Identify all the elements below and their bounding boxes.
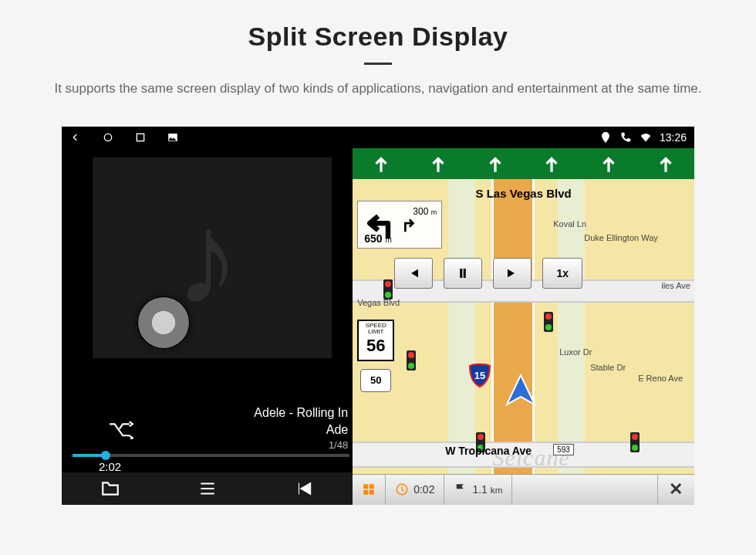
road-label: Luxor Dr	[559, 347, 592, 357]
svg-text:15: 15	[474, 370, 485, 381]
page-subtitle: It supports the same screen display of t…	[46, 79, 710, 99]
folder-button[interactable]	[100, 479, 120, 499]
remaining-distance: 1.1 km	[444, 475, 512, 505]
lane-arrow-icon	[428, 153, 448, 174]
lane-guidance	[353, 148, 694, 179]
lane-arrow-icon	[599, 153, 619, 174]
map-playback-controls: 1x	[394, 258, 582, 289]
shuffle-button[interactable]	[108, 420, 134, 440]
road-label: E Reno Ave	[638, 374, 683, 383]
lane-arrow-icon	[656, 153, 676, 174]
road-main	[491, 179, 535, 474]
speed-limit-sign: SPEED LIMIT 56	[357, 320, 394, 361]
traffic-light-icon	[407, 350, 416, 371]
picture-icon	[167, 131, 179, 144]
route-shield: 50	[360, 369, 391, 392]
road-label: Duke Ellington Way	[584, 233, 658, 242]
vehicle-cursor	[504, 374, 538, 408]
turn-distance: 650 m	[364, 232, 392, 245]
lane-arrow-icon	[485, 153, 505, 174]
navigation-panel: S Las Vegas Blvd 300 m 650 m 1x	[353, 127, 694, 505]
back-icon[interactable]	[69, 131, 82, 144]
map-prev-button[interactable]	[394, 258, 433, 289]
menu-button[interactable]	[353, 475, 386, 505]
next-turn-distance: 300 m	[413, 206, 437, 217]
watermark: Seicane	[492, 445, 569, 471]
eta-time: 0:02	[386, 475, 444, 505]
svg-point-0	[104, 134, 111, 140]
map-speed-button[interactable]: 1x	[542, 258, 582, 289]
track-title: Adele - Rolling In	[254, 404, 348, 421]
traffic-light-icon	[544, 312, 553, 332]
track-count: 1/48	[254, 438, 348, 452]
elapsed-time: 2:02	[99, 460, 121, 473]
previous-button[interactable]	[294, 479, 314, 499]
svg-rect-6	[363, 490, 368, 495]
clock-icon	[395, 482, 409, 496]
flag-icon	[454, 482, 467, 496]
interstate-shield: 15	[468, 363, 491, 387]
progress-bar[interactable]	[73, 454, 349, 457]
home-icon[interactable]	[102, 131, 114, 144]
device-screenshot: 13:26 ♪ Adele - Rolling In Ade 1/48 2:02	[62, 127, 694, 505]
music-note-icon: ♪	[174, 192, 240, 323]
android-status-bar: 13:26	[62, 127, 694, 148]
page-title: Split Screen Display	[31, 22, 725, 52]
road-label: Stable Dr	[590, 363, 626, 372]
map-pause-button[interactable]	[444, 258, 482, 289]
track-info: Adele - Rolling In Ade 1/48	[254, 404, 348, 453]
clock: 13:26	[660, 131, 687, 144]
nav-bottom-bar: 0:02 1.1 km ✕	[353, 474, 694, 505]
svg-rect-7	[370, 490, 374, 495]
title-underline	[364, 63, 392, 65]
traffic-light-icon	[630, 432, 640, 452]
turn-instruction: 300 m 650 m	[357, 201, 442, 249]
phone-icon	[619, 131, 632, 144]
road-label: Vegas Blvd	[357, 298, 400, 307]
album-art: ♪	[93, 157, 332, 358]
track-artist: Ade	[254, 421, 348, 438]
music-bottom-bar	[62, 472, 353, 505]
recent-apps-icon[interactable]	[134, 131, 147, 144]
road-label: iles Ave	[661, 281, 690, 290]
map-next-button[interactable]	[493, 258, 532, 289]
street-label-top: S Las Vegas Blvd	[353, 187, 694, 200]
music-panel: ♪ Adele - Rolling In Ade 1/48 2:02	[62, 127, 353, 505]
svg-rect-1	[137, 134, 143, 140]
svg-rect-4	[363, 484, 368, 489]
playlist-button[interactable]	[197, 479, 218, 499]
road-label: Koval Ln	[553, 219, 586, 228]
location-icon	[599, 131, 612, 144]
lane-arrow-icon	[542, 153, 562, 174]
svg-rect-5	[370, 484, 374, 489]
wifi-icon	[640, 131, 652, 144]
playback-disc[interactable]	[137, 296, 191, 350]
next-turn-icon	[400, 216, 417, 233]
close-button[interactable]: ✕	[657, 475, 694, 505]
traffic-light-icon	[383, 279, 393, 299]
lane-arrow-icon	[371, 153, 391, 174]
